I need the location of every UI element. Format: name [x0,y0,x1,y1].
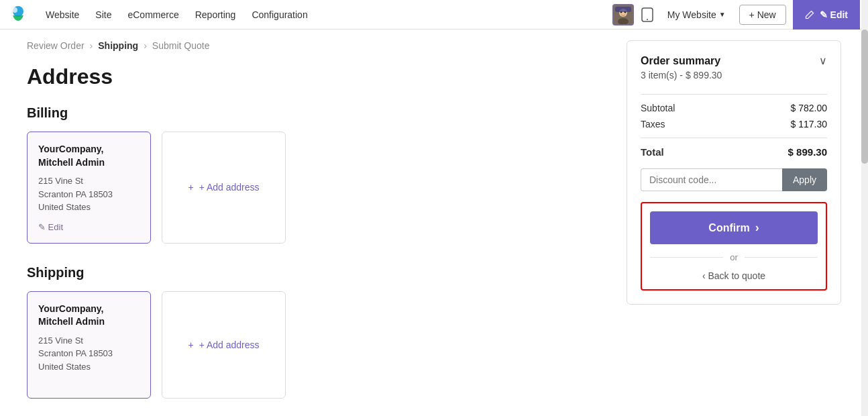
billing-section-heading: Billing [27,105,600,121]
shipping-cards-row: YourCompany, Mitchell Admin 215 Vine St … [27,291,600,399]
discount-row: Apply [641,168,827,191]
billing-edit-link[interactable]: ✎ Edit [38,214,140,232]
confirm-section: Confirm › or ‹ Back to quote [641,202,827,291]
mobile-preview-icon[interactable] [637,4,658,25]
order-summary-chevron[interactable]: ∨ [819,54,827,67]
subtotal-line: Subtotal $ 782.00 [641,103,827,113]
nav-configuration[interactable]: Configuration [243,0,315,30]
billing-card-name: YourCompany, Mitchell Admin [38,143,140,169]
shipping-card-line1: 215 Vine St [38,334,140,348]
svg-rect-7 [615,7,631,12]
right-column: Order summary ∨ 3 item(s) - $ 899.30 Sub… [627,40,841,405]
back-to-quote-link[interactable]: ‹ Back to quote [650,270,818,281]
taxes-label: Taxes [641,119,665,129]
nav-site[interactable]: Site [87,0,119,30]
order-summary-box: Order summary ∨ 3 item(s) - $ 899.30 Sub… [627,40,841,305]
or-divider: or [650,252,818,262]
svg-point-9 [647,19,648,20]
edit-icon [805,10,814,19]
billing-add-address-card[interactable]: + + Add address [162,132,286,244]
my-website-dropdown[interactable]: My Website ▼ [661,0,733,30]
order-summary-header: Order summary ∨ [641,54,827,67]
shipping-add-address-card[interactable]: + + Add address [162,291,286,399]
confirm-button[interactable]: Confirm › [650,211,818,244]
billing-cards-row: YourCompany, Mitchell Admin 215 Vine St … [27,132,600,244]
billing-address-card[interactable]: YourCompany, Mitchell Admin 215 Vine St … [27,132,151,244]
plus-icon: + [188,182,193,193]
confirm-chevron-icon: › [755,221,759,235]
breadcrumb-submit-quote[interactable]: Submit Quote [152,40,210,51]
new-button[interactable]: + New [739,5,786,25]
or-line-left [650,257,723,258]
total-value: $ 899.30 [788,146,827,158]
breadcrumb-review-order[interactable]: Review Order [27,40,85,51]
top-navigation: Website Site eCommerce Reporting Configu… [0,0,868,30]
order-divider-2 [641,138,827,138]
or-text: or [730,252,738,262]
order-summary-title: Order summary [641,55,720,67]
shipping-card-name: YourCompany, Mitchell Admin [38,303,140,329]
page-scrollbar[interactable] [861,0,868,416]
total-line: Total $ 899.30 [641,146,827,158]
billing-card-line1: 215 Vine St [38,174,140,188]
shipping-address-card[interactable]: YourCompany, Mitchell Admin 215 Vine St … [27,291,151,399]
nav-reporting[interactable]: Reporting [187,0,244,30]
breadcrumb-sep-2: › [144,40,147,51]
total-label: Total [641,146,664,158]
left-column: Review Order › Shipping › Submit Quote A… [27,40,600,405]
chevron-down-icon: ▼ [719,11,726,18]
discount-input[interactable] [641,168,782,191]
breadcrumb-sep-1: › [90,40,93,51]
subtotal-value: $ 782.00 [791,103,828,113]
taxes-line: Taxes $ 117.30 [641,119,827,129]
page-title: Address [27,64,600,89]
order-summary-items: 3 item(s) - $ 899.30 [641,70,827,81]
shipping-card-line2: Scranton PA 18503 [38,347,140,360]
svg-point-1 [12,7,17,13]
nav-website[interactable]: Website [38,0,87,30]
breadcrumb: Review Order › Shipping › Submit Quote [27,40,600,51]
or-line-right [745,257,818,258]
billing-card-line3: United States [38,201,140,214]
content-area: Review Order › Shipping › Submit Quote A… [0,30,868,416]
plus-icon-shipping: + [188,340,193,350]
breadcrumb-shipping[interactable]: Shipping [98,40,138,51]
apply-button[interactable]: Apply [782,168,827,191]
subtotal-label: Subtotal [641,103,675,113]
nav-right-section: My Website ▼ + New ✎ Edit [612,0,860,30]
shipping-card-line3: United States [38,360,140,374]
user-avatar[interactable] [612,4,634,25]
billing-card-line2: Scranton PA 18503 [38,188,140,201]
edit-button[interactable]: ✎ Edit [793,0,860,30]
order-divider-1 [641,94,827,95]
shipping-section-heading: Shipping [27,265,600,280]
nav-ecommerce[interactable]: eCommerce [119,0,186,30]
scrollbar-thumb [861,30,868,164]
taxes-value: $ 117.30 [791,119,828,129]
app-logo[interactable] [8,5,28,25]
